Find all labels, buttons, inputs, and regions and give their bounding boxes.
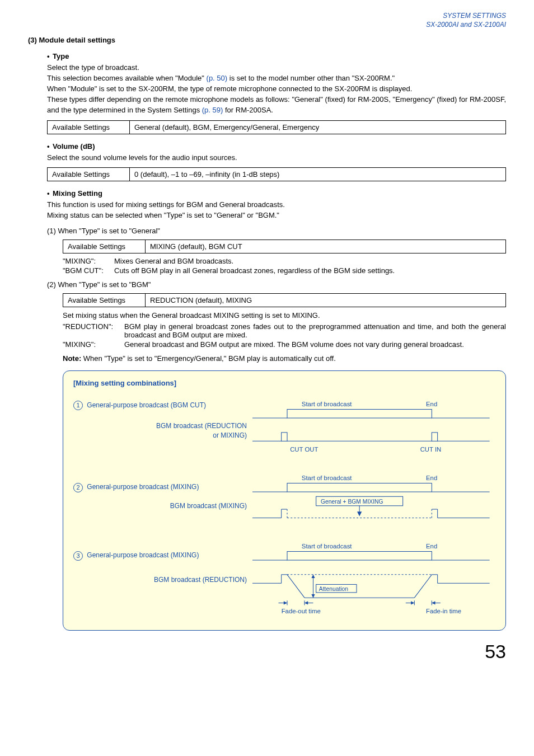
case2-intro: Set mixing status when the General broad… bbox=[63, 311, 506, 321]
case2-def2-term: "MIXING": bbox=[63, 340, 124, 349]
attenuation-label: Attenuation bbox=[319, 586, 349, 592]
svg-marker-13 bbox=[357, 511, 362, 516]
case1-def1: "MIXING": Mixes General and BGM broadcas… bbox=[63, 257, 506, 265]
start-label-3: Start of broadcast bbox=[302, 543, 353, 550]
link-p50[interactable]: (p. 50) bbox=[207, 74, 228, 82]
svg-marker-38 bbox=[311, 575, 315, 578]
mixing-case2-body: Available Settings REDUCTION (default), … bbox=[63, 293, 506, 631]
mixing-case1-body: Available Settings MIXING (default), BGM… bbox=[63, 240, 506, 275]
link-p59[interactable]: (p. 59) bbox=[202, 106, 223, 114]
section-title: (3) Module detail settings bbox=[28, 36, 506, 44]
bullet-icon: • bbox=[47, 142, 53, 151]
note-label: Note: bbox=[63, 354, 81, 363]
page-header: SYSTEM SETTINGS SX-2000AI and SX-2100AI bbox=[28, 11, 506, 29]
case1-def2-body: Cuts off BGM play in all General broadca… bbox=[114, 266, 506, 275]
diagram-svg-1: Start of broadcast End bbox=[252, 401, 495, 458]
diagram-svg-2: Start of broadcast End General + BGM MIX… bbox=[252, 475, 495, 527]
start-label-2: Start of broadcast bbox=[302, 475, 353, 482]
case1-table-value: MIXING (default), BGM CUT bbox=[146, 240, 506, 253]
case2-def1-term: "REDUCTION": bbox=[63, 322, 124, 339]
svg-marker-45 bbox=[305, 602, 308, 605]
bullet-icon: • bbox=[47, 189, 53, 198]
type-settings-table: Available Settings General (default), BG… bbox=[47, 120, 506, 134]
mixing-section: •Mixing Setting This function is used fo… bbox=[47, 189, 506, 630]
row3-label-b: BGM broadcast (REDUCTION) bbox=[73, 575, 247, 585]
case1-def2: "BGM CUT": Cuts off BGM play in all Gene… bbox=[63, 266, 506, 275]
mixing-p1: This function is used for mixing setting… bbox=[47, 200, 506, 210]
row3-label-a: General-purpose broadcast (MIXING) bbox=[87, 551, 199, 559]
mixing-heading: •Mixing Setting bbox=[47, 189, 506, 198]
circle-3-icon: 3 bbox=[73, 551, 83, 561]
note-body: When "Type" is set to "Emergency/General… bbox=[81, 354, 336, 363]
volume-p1: Select the sound volume levels for the a… bbox=[47, 153, 506, 163]
mixing-box-label: General + BGM MIXING bbox=[321, 499, 383, 505]
start-label-1: Start of broadcast bbox=[302, 401, 353, 407]
row1-label-a: General-purpose broadcast (BGM CUT) bbox=[87, 401, 206, 409]
end-label-1: End bbox=[426, 401, 437, 407]
row1-label-b2: or MIXING) bbox=[73, 431, 247, 440]
mixing-case2-title: (2) When "Type" is set to "BGM" bbox=[47, 280, 506, 289]
circle-2-icon: 2 bbox=[73, 483, 83, 492]
case1-def1-term: "MIXING": bbox=[63, 257, 114, 265]
fade-in-label: Fade-in time bbox=[426, 608, 461, 614]
cut-in-label: CUT IN bbox=[420, 446, 442, 453]
diagram-row1: 1 General-purpose broadcast (BGM CUT) BG… bbox=[73, 401, 495, 460]
type-p2: This selection becomes available when "M… bbox=[47, 73, 506, 84]
svg-marker-49 bbox=[411, 602, 414, 605]
diagram-row2: 2 General-purpose broadcast (MIXING) BGM… bbox=[73, 475, 495, 528]
svg-rect-6 bbox=[432, 433, 437, 441]
case1-def1-body: Mixes General and BGM broadcasts. bbox=[114, 257, 506, 265]
diagram-row2-left: 2 General-purpose broadcast (MIXING) BGM… bbox=[73, 475, 252, 510]
case2-table-label: Available Settings bbox=[63, 294, 146, 307]
type-p1: Select the type of broadcast. bbox=[47, 63, 506, 73]
svg-marker-39 bbox=[311, 594, 315, 598]
row2-label-b: BGM broadcast (MIXING) bbox=[73, 501, 247, 511]
type-heading: •Type bbox=[47, 52, 506, 60]
diagram-row3-right: Start of broadcast End bbox=[252, 543, 495, 619]
svg-line-32 bbox=[414, 575, 432, 598]
diagram-row2-right: Start of broadcast End General + BGM MIX… bbox=[252, 475, 495, 528]
row2-label-a: General-purpose broadcast (MIXING) bbox=[87, 483, 199, 491]
volume-settings-table: Available Settings 0 (default), –1 to –6… bbox=[47, 167, 506, 181]
mixing-p2: Mixing status can be selected when "Type… bbox=[47, 210, 506, 221]
type-p4: These types differ depending on the remo… bbox=[47, 95, 506, 116]
volume-table-value: 0 (default), –1 to –69, –infinity (in 1-… bbox=[130, 168, 506, 181]
case2-def1-body: BGM play in general broadcast zones fade… bbox=[124, 322, 506, 339]
mixing-case1-title: (1) When "Type" is set to "General" bbox=[47, 227, 506, 235]
end-label-3: End bbox=[426, 543, 437, 550]
header-line1: SYSTEM SETTINGS bbox=[443, 12, 506, 20]
mixing-diagram: [Mixing setting combinations] 1 General-… bbox=[63, 370, 506, 631]
diagram-row1-left: 1 General-purpose broadcast (BGM CUT) BG… bbox=[73, 401, 252, 440]
diagram-row3: 3 General-purpose broadcast (MIXING) BGM… bbox=[73, 543, 495, 619]
fade-out-label: Fade-out time bbox=[282, 608, 321, 614]
svg-marker-51 bbox=[432, 602, 435, 605]
svg-rect-9 bbox=[287, 483, 432, 492]
row1-label-b1: BGM broadcast (REDUCTION bbox=[73, 421, 247, 431]
mixing-note: Note: When "Type" is set to "Emergency/G… bbox=[63, 354, 506, 363]
type-section: •Type Select the type of broadcast. This… bbox=[47, 52, 506, 134]
cut-out-label: CUT OUT bbox=[290, 446, 318, 453]
type-p3: When "Module" is set to the SX-200RM, th… bbox=[47, 84, 506, 95]
diagram-row1-right: Start of broadcast End bbox=[252, 401, 495, 460]
svg-marker-43 bbox=[284, 602, 287, 605]
case2-def2: "MIXING": General broadcast and BGM outp… bbox=[63, 340, 506, 349]
page-number: 53 bbox=[28, 641, 506, 663]
end-label-2: End bbox=[426, 475, 437, 482]
document-page: SYSTEM SETTINGS SX-2000AI and SX-2100AI … bbox=[0, 0, 534, 679]
diagram-title: [Mixing setting combinations] bbox=[73, 379, 495, 387]
svg-rect-1 bbox=[287, 409, 432, 417]
case2-table-value: REDUCTION (default), MIXING bbox=[146, 294, 506, 307]
bullet-icon: • bbox=[47, 52, 53, 60]
case1-def2-term: "BGM CUT": bbox=[63, 266, 114, 275]
case2-def1: "REDUCTION": BGM play in general broadca… bbox=[63, 322, 506, 339]
svg-line-30 bbox=[287, 575, 305, 598]
header-line2: SX-2000AI and SX-2100AI bbox=[426, 21, 506, 29]
case1-table-label: Available Settings bbox=[63, 240, 146, 253]
svg-rect-24 bbox=[287, 552, 432, 560]
type-table-value: General (default), BGM, Emergency/Genera… bbox=[130, 120, 506, 134]
volume-table-label: Available Settings bbox=[48, 168, 130, 181]
case2-settings-table: Available Settings REDUCTION (default), … bbox=[63, 293, 506, 307]
volume-heading: •Volume (dB) bbox=[47, 142, 506, 151]
type-table-label: Available Settings bbox=[48, 120, 130, 134]
volume-section: •Volume (dB) Select the sound volume lev… bbox=[47, 142, 506, 182]
